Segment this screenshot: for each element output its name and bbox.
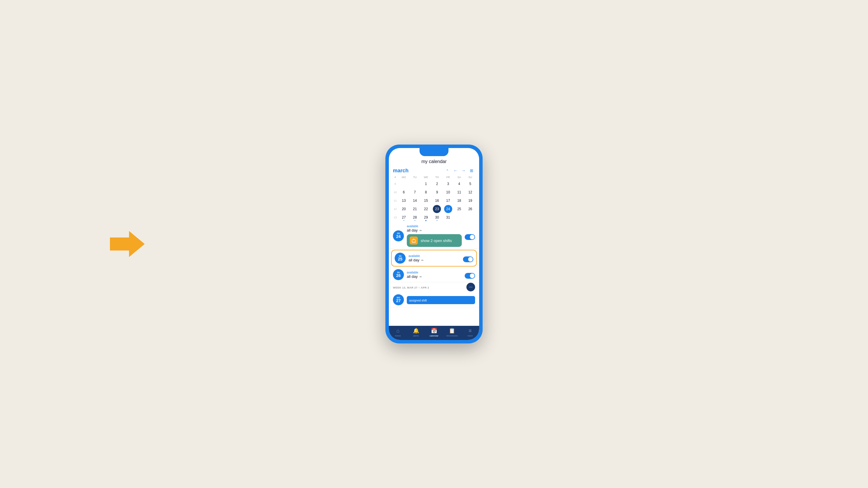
day-num-fr24: 24	[396, 234, 401, 239]
nav-label-calendar: calendar	[430, 334, 439, 337]
three-dot-icon: ⋯	[469, 285, 473, 289]
week-13-row: WEEK 13, Mar 27 – Apr 2 ⋯	[389, 282, 479, 293]
alerts-icon: 🔔	[413, 328, 419, 334]
th-header: TH	[432, 175, 442, 179]
toggle-sa25[interactable]	[463, 256, 473, 262]
cal-day-4[interactable]: 4	[455, 180, 463, 188]
week-num-10: 10	[392, 188, 398, 196]
nav-label-more: more	[468, 334, 473, 337]
day-num-su26: 26	[396, 273, 401, 278]
day-num-sa25: 25	[398, 257, 402, 261]
cal-day-20[interactable]: 20	[400, 205, 408, 213]
cal-day-24-selected[interactable]: 24	[444, 205, 452, 213]
more-icon: ≡	[469, 328, 472, 334]
cal-day-25[interactable]: 25	[455, 205, 463, 213]
all-day-su26: all day ✏	[407, 274, 462, 279]
cal-day-14[interactable]: 14	[411, 197, 419, 205]
week-num-11: 11	[392, 197, 398, 205]
edit-icon-sa25[interactable]: ✏	[421, 259, 424, 262]
cal-day-9[interactable]: 9	[433, 188, 441, 196]
su-header: SU	[465, 175, 476, 179]
week-num-12: 12	[392, 205, 398, 213]
calendar-row-11: 11 13 14 15 16 17 18 19	[392, 197, 476, 205]
toggle-fr24[interactable]	[465, 234, 475, 240]
cal-day-15[interactable]: 15	[422, 197, 430, 205]
cal-day-23-today[interactable]: 23	[433, 205, 441, 213]
cal-day-17[interactable]: 17	[444, 197, 452, 205]
bottom-nav: ⌂ home 🔔 alerts 📅 calendar 📋 timesheets	[389, 326, 479, 340]
cal-day-7[interactable]: 7	[411, 188, 419, 196]
all-day-fr24: all day ✏	[407, 228, 462, 232]
cal-day-6[interactable]: 6	[400, 188, 408, 196]
cal-day-2[interactable]: 2	[433, 180, 441, 188]
cal-day-26[interactable]: 26	[466, 205, 474, 213]
cal-day-19[interactable]: 19	[466, 197, 474, 205]
cal-day-1[interactable]: 1	[422, 180, 430, 188]
next-month-btn[interactable]: →	[460, 167, 467, 174]
screen-content: my calendar march ^ ← → ⊞ # MO TU W	[389, 148, 479, 340]
week-13-label: WEEK 13, Mar 27 – Apr 2	[393, 285, 429, 290]
nav-item-timesheets[interactable]: 📋 timesheets	[443, 328, 461, 337]
cal-day-8[interactable]: 8	[422, 188, 430, 196]
schedule-section: FR 24 available all day ✏	[389, 222, 479, 326]
cal-day-5[interactable]: 5	[466, 180, 474, 188]
month-label: march	[393, 168, 443, 174]
cal-day-22[interactable]: 22	[422, 205, 430, 213]
week-header: #	[392, 175, 398, 179]
phone-notch	[420, 148, 448, 156]
avail-label-su26: available	[407, 271, 462, 274]
prev-month-btn[interactable]: ←	[452, 167, 459, 174]
calendar-row-9: 9 1 2 3 4 5	[392, 180, 476, 188]
cal-day-21[interactable]: 21	[411, 205, 419, 213]
briefcase-icon	[410, 236, 418, 245]
nav-item-calendar[interactable]: 📅 calendar	[425, 328, 443, 337]
edit-icon-su26[interactable]: ✏	[420, 275, 422, 279]
all-day-sa25: all day ✏	[408, 258, 460, 262]
cal-day-3[interactable]: 3	[444, 180, 452, 188]
cal-day-10[interactable]: 10	[444, 188, 452, 196]
day-badge-mo27: MO 27	[393, 294, 404, 305]
calendar-row-12: 12 20 21 22 23 24 25 26	[392, 205, 476, 213]
nav-item-home[interactable]: ⌂ home	[389, 328, 407, 337]
avail-label-sa25: available	[408, 254, 460, 258]
nav-item-alerts[interactable]: 🔔 alerts	[407, 328, 425, 337]
avail-label-fr24: available	[407, 225, 462, 228]
three-dot-btn[interactable]: ⋯	[466, 283, 475, 291]
briefcase-svg	[411, 238, 416, 243]
cal-day-11[interactable]: 11	[455, 188, 463, 196]
cal-day-empty	[400, 180, 408, 188]
day-info-su26: available all day ✏	[407, 271, 462, 279]
nav-label-home: home	[395, 334, 401, 337]
cal-day-18[interactable]: 18	[455, 197, 463, 205]
day-num-mo27: 27	[396, 299, 401, 303]
screen-header: my calendar	[389, 157, 479, 166]
day-row-fr24[interactable]: FR 24 available all day ✏	[389, 223, 479, 249]
edit-icon-fr24[interactable]: ✏	[420, 229, 422, 232]
day-row-mo27[interactable]: MO 27 assigned shift	[389, 293, 479, 307]
we-header: WE	[421, 175, 431, 179]
day-row-su26[interactable]: SU 26 available all day ✏	[389, 267, 479, 282]
arrow-icon	[110, 231, 145, 257]
open-shifts-btn[interactable]: show 2 open shifts	[407, 234, 462, 247]
chevron-up-btn[interactable]: ^	[444, 167, 451, 174]
assigned-shift-text: assigned shift	[409, 299, 427, 302]
phone-frame: my calendar march ^ ← → ⊞ # MO TU W	[385, 144, 483, 344]
day-row-sa25-highlighted[interactable]: SA 25 available all day ✏	[391, 250, 477, 266]
toggle-su26[interactable]	[465, 273, 475, 279]
cal-day-12[interactable]: 12	[466, 188, 474, 196]
cal-day-31[interactable]: 31	[444, 214, 452, 222]
cal-day-30[interactable]: 30••	[433, 214, 441, 222]
calendar-view-btn[interactable]: ⊞	[468, 167, 475, 174]
cal-day-16[interactable]: 16	[433, 197, 441, 205]
week-num-9: 9	[392, 180, 398, 188]
nav-item-more[interactable]: ≡ more	[461, 328, 479, 337]
mo-header: MO	[398, 175, 409, 179]
cal-day-13[interactable]: 13	[400, 197, 408, 205]
scene: my calendar march ^ ← → ⊞ # MO TU W	[0, 0, 868, 488]
day-badge-su26: SU 26	[393, 269, 404, 280]
cal-day-28[interactable]: 28••	[411, 214, 419, 222]
fr-header: FR	[443, 175, 454, 179]
cal-day-29[interactable]: 29•	[422, 214, 430, 222]
cal-day-27[interactable]: 27••	[400, 214, 408, 222]
day-badge-sa25: SA 25	[395, 253, 406, 264]
